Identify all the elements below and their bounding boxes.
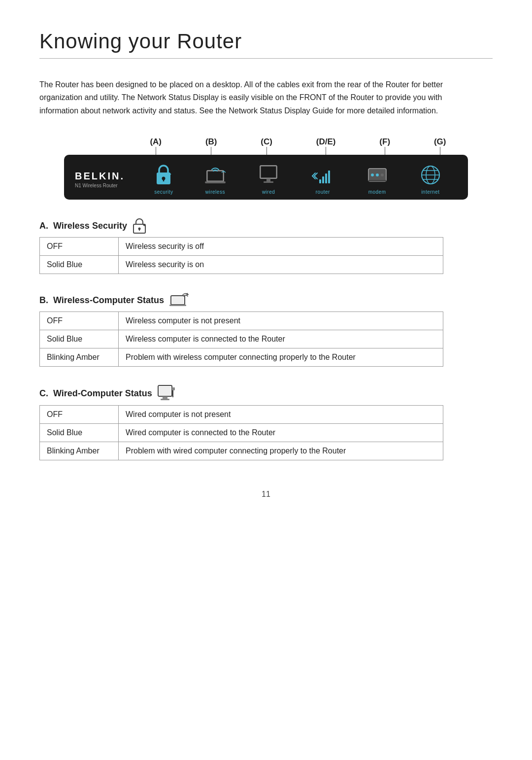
desc-cell: Wireless security is off bbox=[119, 238, 443, 256]
state-cell: OFF bbox=[40, 312, 119, 330]
wired-label: wired bbox=[262, 189, 275, 195]
title-divider bbox=[39, 58, 493, 59]
internet-icon bbox=[419, 164, 442, 186]
wireless-icon-item: wireless bbox=[204, 166, 227, 195]
label-DE: (D/E) bbox=[316, 137, 336, 155]
page-number: 11 bbox=[39, 490, 493, 499]
section-B-letter: B. bbox=[39, 295, 48, 306]
table-row: OFF Wired computer is not present bbox=[40, 406, 443, 424]
router-diagram-section: (A) (B) (C) (D/E) (F) (G) BELKIN. N1 Wir… bbox=[64, 137, 468, 200]
wireless-computer-icon-small bbox=[169, 292, 189, 309]
label-F: (F) bbox=[379, 137, 390, 155]
section-A: A. Wireless Security OFF Wireless securi… bbox=[39, 217, 493, 274]
section-C-letter: C. bbox=[39, 388, 48, 399]
label-C-tick bbox=[266, 147, 267, 155]
state-cell: Solid Blue bbox=[40, 330, 119, 348]
router-icon bbox=[310, 166, 335, 186]
svg-point-15 bbox=[371, 173, 374, 176]
section-C: C. Wired-Computer Status OFF Wired compu… bbox=[39, 384, 493, 460]
label-A-text: (A) bbox=[150, 137, 162, 147]
svg-rect-11 bbox=[322, 176, 324, 183]
label-B-tick bbox=[211, 147, 211, 155]
svg-rect-13 bbox=[328, 171, 330, 183]
label-B: (B) bbox=[205, 137, 217, 155]
wired-computer-icon-small bbox=[157, 384, 176, 402]
brand-section: BELKIN. N1 Wireless Router bbox=[75, 171, 139, 188]
label-F-text: (F) bbox=[379, 137, 390, 147]
lock-icon bbox=[132, 217, 147, 234]
security-label: security bbox=[154, 189, 173, 195]
table-row: OFF Wireless computer is not present bbox=[40, 312, 443, 330]
diagram-labels: (A) (B) (C) (D/E) (F) (G) bbox=[64, 137, 468, 155]
section-A-header: A. Wireless Security bbox=[39, 217, 493, 234]
table-row: Solid Blue Wired computer is connected t… bbox=[40, 424, 443, 442]
svg-rect-32 bbox=[163, 396, 167, 399]
svg-rect-28 bbox=[172, 297, 184, 304]
modem-icon-item: modem bbox=[366, 164, 389, 195]
svg-rect-35 bbox=[172, 387, 175, 390]
brand-sub: N1 Wireless Router bbox=[75, 183, 118, 188]
svg-rect-4 bbox=[208, 172, 223, 180]
security-icon bbox=[154, 164, 173, 186]
icons-row: security wirel bbox=[139, 164, 457, 195]
internet-label: internet bbox=[421, 189, 439, 195]
intro-paragraph: The Router has been designed to be place… bbox=[39, 78, 443, 117]
state-cell: Solid Blue bbox=[40, 256, 119, 274]
desc-cell: Wireless security is on bbox=[119, 256, 443, 274]
state-cell: Solid Blue bbox=[40, 424, 119, 442]
section-C-table: OFF Wired computer is not present Solid … bbox=[39, 405, 443, 460]
svg-rect-5 bbox=[205, 181, 226, 183]
router-image: BELKIN. N1 Wireless Router security bbox=[64, 155, 468, 200]
label-G-text: (G) bbox=[434, 137, 446, 147]
wired-computer-icon bbox=[257, 164, 280, 186]
security-icon-item: security bbox=[154, 164, 173, 195]
section-B-title: Wireless-Computer Status bbox=[53, 295, 164, 306]
section-C-header: C. Wired-Computer Status bbox=[39, 384, 493, 402]
desc-cell: Wireless computer is connected to the Ro… bbox=[119, 330, 443, 348]
label-A: (A) bbox=[150, 137, 162, 155]
desc-cell: Problem with wired computer connecting p… bbox=[119, 442, 443, 460]
label-F-tick bbox=[385, 147, 385, 155]
label-C: (C) bbox=[261, 137, 272, 155]
modem-icon bbox=[366, 164, 389, 186]
section-B: B. Wireless-Computer Status OFF Wireless… bbox=[39, 292, 493, 367]
wireless-label: wireless bbox=[205, 189, 225, 195]
svg-rect-9 bbox=[264, 181, 273, 183]
table-row: OFF Wireless security is off bbox=[40, 238, 443, 256]
section-A-table: OFF Wireless security is off Solid Blue … bbox=[39, 237, 443, 274]
wired-icon-item: wired bbox=[257, 164, 280, 195]
desc-cell: Wireless computer is not present bbox=[119, 312, 443, 330]
desc-cell: Problem with wireless computer connectin… bbox=[119, 348, 443, 367]
svg-rect-31 bbox=[159, 386, 171, 395]
svg-rect-33 bbox=[161, 399, 169, 400]
state-cell: Blinking Amber bbox=[40, 348, 119, 367]
svg-rect-18 bbox=[368, 180, 386, 181]
state-cell: OFF bbox=[40, 406, 119, 424]
label-C-text: (C) bbox=[261, 137, 272, 147]
page-title: Knowing your Router bbox=[39, 30, 493, 53]
section-B-table: OFF Wireless computer is not present Sol… bbox=[39, 311, 443, 367]
router-icon-item: router bbox=[310, 166, 335, 195]
section-B-header: B. Wireless-Computer Status bbox=[39, 292, 493, 309]
state-cell: OFF bbox=[40, 238, 119, 256]
desc-cell: Wired computer is not present bbox=[119, 406, 443, 424]
svg-point-16 bbox=[376, 173, 379, 176]
section-A-letter: A. bbox=[39, 221, 48, 231]
label-A-tick bbox=[156, 147, 156, 155]
state-cell: Blinking Amber bbox=[40, 442, 119, 460]
label-B-text: (B) bbox=[205, 137, 217, 147]
label-DE-tick bbox=[326, 147, 326, 155]
label-DE-text: (D/E) bbox=[316, 137, 336, 147]
section-A-title: Wireless Security bbox=[53, 221, 127, 231]
svg-point-17 bbox=[381, 173, 384, 176]
svg-rect-10 bbox=[319, 179, 321, 183]
table-row: Solid Blue Wireless computer is connecte… bbox=[40, 330, 443, 348]
router-label: router bbox=[316, 189, 330, 195]
label-G: (G) bbox=[434, 137, 446, 155]
table-row: Solid Blue Wireless security is on bbox=[40, 256, 443, 274]
desc-cell: Wired computer is connected to the Route… bbox=[119, 424, 443, 442]
table-row: Blinking Amber Problem with wired comput… bbox=[40, 442, 443, 460]
section-C-title: Wired-Computer Status bbox=[53, 388, 152, 399]
modem-label: modem bbox=[368, 189, 386, 195]
brand-name: BELKIN. bbox=[75, 171, 125, 182]
